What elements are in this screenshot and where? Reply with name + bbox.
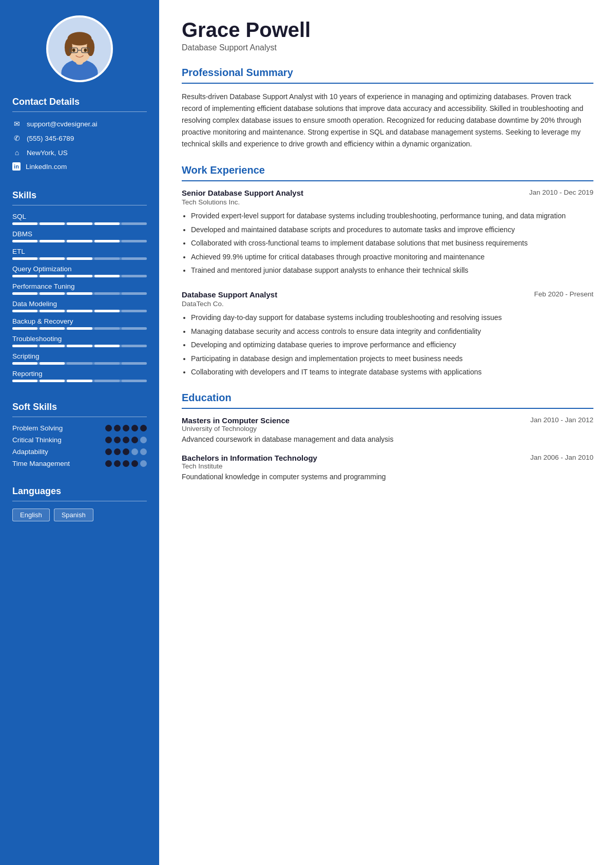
- language-tag: English: [12, 509, 50, 521]
- edu-degree: Bachelors in Information Technology: [182, 454, 317, 462]
- work-divider: [182, 180, 593, 181]
- skill-item: Reporting: [12, 370, 147, 382]
- dot-rating: [105, 425, 147, 431]
- job-date: Feb 2020 - Present: [534, 290, 593, 298]
- edu-degree: Masters in Computer Science: [182, 416, 290, 425]
- jobs-list: Senior Database Support AnalystJan 2010 …: [182, 189, 593, 378]
- skill-item: ETL: [12, 248, 147, 260]
- soft-skill-item: Time Management: [12, 460, 147, 467]
- job-date: Jan 2010 - Dec 2019: [529, 189, 593, 196]
- dot: [131, 425, 138, 431]
- skill-bar-segment: [67, 240, 92, 242]
- skill-bar: [12, 292, 147, 295]
- job-bullet: Collaborated with cross-functional teams…: [191, 237, 593, 249]
- svg-point-6: [87, 39, 94, 56]
- soft-skill-name: Time Management: [12, 460, 105, 467]
- skill-bar-segment: [40, 327, 65, 330]
- education-divider: [182, 408, 593, 409]
- skill-bar-segment: [12, 222, 37, 225]
- edu-description: Foundational knowledge in computer syste…: [182, 471, 593, 482]
- edu-header: Bachelors in Information TechnologyJan 2…: [182, 454, 593, 462]
- skill-bar-segment: [40, 310, 65, 312]
- edu-description: Advanced coursework in database manageme…: [182, 434, 593, 445]
- edu-header: Masters in Computer ScienceJan 2010 - Ja…: [182, 416, 593, 425]
- contact-location: ⌂ NewYork, US: [12, 148, 147, 157]
- dot: [131, 437, 138, 443]
- skill-bar: [12, 345, 147, 347]
- contact-phone: ✆ (555) 345-6789: [12, 134, 147, 143]
- dot-rating: [105, 437, 147, 443]
- job-entry: Senior Database Support AnalystJan 2010 …: [182, 189, 593, 276]
- skill-item: Performance Tuning: [12, 283, 147, 295]
- job-bullet: Participating in database design and imp…: [191, 353, 593, 364]
- skill-bar: [12, 310, 147, 312]
- skill-bar-segment: [67, 362, 92, 365]
- dot: [123, 437, 129, 443]
- skill-bar-segment: [12, 240, 37, 242]
- dot: [114, 425, 121, 431]
- dot: [114, 460, 121, 467]
- skill-bar-segment: [94, 310, 120, 312]
- job-bullet: Providing day-to-day support for databas…: [191, 312, 593, 323]
- dot-rating: [105, 460, 147, 467]
- job-bullet: Developed and maintained database script…: [191, 224, 593, 235]
- skill-name: ETL: [12, 248, 147, 255]
- skill-item: SQL: [12, 213, 147, 225]
- skills-title: Skills: [12, 190, 147, 201]
- contact-divider: [12, 111, 147, 112]
- skill-bar-segment: [67, 275, 92, 277]
- skill-bar: [12, 222, 147, 225]
- skill-item: Data Modeling: [12, 300, 147, 312]
- skill-bar-segment: [94, 292, 120, 295]
- skills-list: SQLDBMSETLQuery OptimizationPerformance …: [12, 213, 147, 382]
- skill-bar-segment: [122, 327, 147, 330]
- summary-section: Professional Summary Results-driven Data…: [182, 67, 593, 150]
- dot: [140, 460, 147, 467]
- job-bullet: Trained and mentored junior database sup…: [191, 265, 593, 276]
- soft-skills-list: Problem SolvingCritical ThinkingAdaptabi…: [12, 424, 147, 467]
- skill-bar-segment: [122, 222, 147, 225]
- soft-skill-name: Problem Solving: [12, 424, 105, 432]
- dot: [131, 448, 138, 455]
- dot-rating: [105, 448, 147, 455]
- job-entry: Database Support AnalystFeb 2020 - Prese…: [182, 290, 593, 378]
- skill-bar-segment: [122, 257, 147, 260]
- location-icon: ⌂: [12, 148, 22, 157]
- dot: [114, 437, 121, 443]
- skill-bar-segment: [94, 380, 120, 382]
- job-bullet: Managing database security and access co…: [191, 326, 593, 337]
- edu-institution: University of Technology: [182, 425, 593, 432]
- skill-item: Backup & Recovery: [12, 317, 147, 330]
- skill-bar: [12, 362, 147, 365]
- languages-section: Languages EnglishSpanish: [12, 486, 147, 521]
- skill-bar-segment: [40, 345, 65, 347]
- dot: [140, 437, 147, 443]
- job-header: Senior Database Support AnalystJan 2010 …: [182, 189, 593, 197]
- contact-title: Contact Details: [12, 97, 147, 107]
- education-section: Education Masters in Computer ScienceJan…: [182, 392, 593, 482]
- contact-email: ✉ support@cvdesigner.ai: [12, 119, 147, 128]
- skill-bar-segment: [67, 327, 92, 330]
- dot: [105, 448, 112, 455]
- dot: [105, 460, 112, 467]
- dot: [140, 425, 147, 431]
- skill-bar-segment: [122, 240, 147, 242]
- skill-bar-segment: [12, 345, 37, 347]
- skill-bar-segment: [94, 257, 120, 260]
- soft-skills-section: Soft Skills Problem SolvingCritical Thin…: [12, 402, 147, 472]
- skill-bar-segment: [94, 275, 120, 277]
- skill-bar-segment: [67, 310, 92, 312]
- skill-bar-segment: [40, 292, 65, 295]
- phone-icon: ✆: [12, 134, 22, 143]
- job-bullets: Provided expert-level support for databa…: [182, 210, 593, 276]
- job-bullet: Achieved 99.9% uptime for critical datab…: [191, 251, 593, 262]
- skill-name: Backup & Recovery: [12, 317, 147, 325]
- summary-divider: [182, 83, 593, 84]
- soft-skills-divider: [12, 417, 147, 417]
- soft-skill-item: Problem Solving: [12, 424, 147, 432]
- skill-bar-segment: [40, 240, 65, 242]
- edu-institution: Tech Institute: [182, 462, 593, 470]
- email-icon: ✉: [12, 119, 22, 128]
- job-header: Database Support AnalystFeb 2020 - Prese…: [182, 290, 593, 299]
- dot: [123, 425, 129, 431]
